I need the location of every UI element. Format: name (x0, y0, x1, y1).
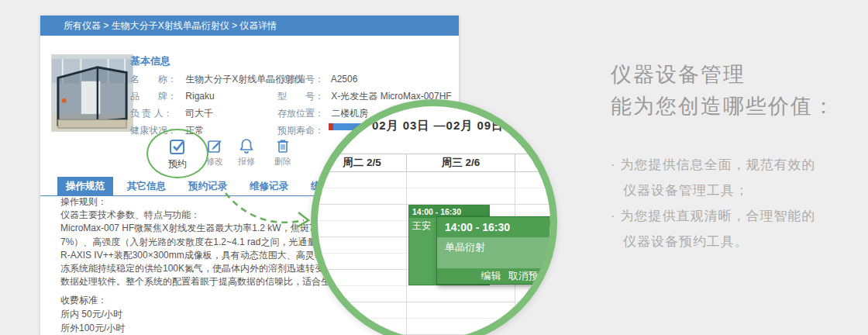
tab-other-info[interactable]: 其它信息 (119, 177, 174, 195)
field-brand: 品 牌： Rigaku (130, 90, 215, 103)
fee-internal: 所内 50元/小时 (60, 307, 125, 321)
popup-edit-link[interactable]: 编辑 (480, 270, 501, 281)
popup-title-label: 单晶衍射 (437, 237, 555, 268)
popup-time-label: 14:00 - 16:30 (437, 217, 555, 237)
reservation-popup: 14:00 - 16:30 单晶衍射 编辑 取消预约 (436, 216, 556, 285)
reserve-label: 预约 (168, 157, 187, 171)
field-manager: 负 责 人： 司大千 (130, 107, 213, 120)
promo-bullet-2-line2: 仪器设备预约工具。 (611, 229, 815, 254)
fee-title: 收费标准： (60, 293, 125, 307)
calendar-magnifier: 02月 03日 —02月 09日 周二 2/5 周三 2/6 周四 14:00 … (311, 99, 557, 335)
repair-label: 报修 (238, 156, 255, 168)
popup-cancel-link[interactable]: 取消预约 (508, 270, 549, 281)
field-serial: 仪器编号： A2506 (277, 73, 357, 86)
basic-info-title: 基本信息 (130, 54, 170, 68)
equipment-photo-drawing (52, 55, 133, 131)
reserve-checkbox-icon (168, 137, 187, 156)
day-header-thu: 周四 (515, 154, 557, 173)
promo-bullet-1-line1: · 为您提供信息全面，规范有效的 (611, 152, 815, 178)
promo-bullet-2-line1: · 为您提供直观清晰，合理智能的 (611, 203, 815, 229)
day-header-wed: 周三 2/6 (406, 154, 515, 173)
breadcrumb-text: 所有仪器 > 生物大分子X射线单晶衍射仪 > 仪器详情 (64, 20, 277, 31)
calendar-column-divider (406, 172, 407, 335)
edit-label: 修改 (206, 156, 223, 168)
popup-actions: 编辑 取消预约 (437, 268, 555, 285)
field-location: 存放位置： 二楼机房 (277, 107, 368, 120)
repair-button[interactable]: 报修 (229, 138, 264, 168)
repair-bell-icon (239, 138, 254, 154)
tab-operation-rules[interactable]: 操作规范 (57, 177, 113, 195)
edit-button[interactable]: 修改 (198, 138, 232, 168)
delete-trash-icon (275, 138, 291, 154)
edit-icon (207, 138, 222, 154)
promo-bullet-1-line2: 仪器设备管理工具； (611, 178, 815, 203)
breadcrumb[interactable]: 所有仪器 > 生物大分子X射线单晶衍射仪 > 仪器详情 (40, 16, 459, 36)
delete-label: 删除 (274, 156, 291, 168)
dashed-arrow (222, 189, 321, 234)
calendar-day-header-row: 周二 2/5 周三 2/6 周四 (318, 154, 557, 172)
day-header-tue: 周二 2/5 (318, 154, 406, 173)
delete-button[interactable]: 删除 (266, 138, 300, 168)
equipment-photo (51, 54, 133, 132)
fee-standard-text: 收费标准： 所内 50元/小时 所外100元/小时 (60, 293, 125, 335)
promo-title: 仪器设备管理 能为您创造哪些价值： (611, 59, 835, 123)
fee-external: 所外100元/小时 (60, 321, 125, 335)
screenshot-canvas: 所有仪器 > 生物大分子X射线单晶衍射仪 > 仪器详情 基本信息 名 称： (0, 0, 868, 335)
promo-bullets: · 为您提供信息全面，规范有效的 仪器设备管理工具； · 为您提供直观清晰，合理… (611, 152, 815, 254)
promo-title-line2: 能为您创造哪些价值： (611, 91, 835, 123)
field-lifespan: 预期寿命： (277, 124, 329, 137)
promo-title-line1: 仪器设备管理 (611, 59, 835, 91)
